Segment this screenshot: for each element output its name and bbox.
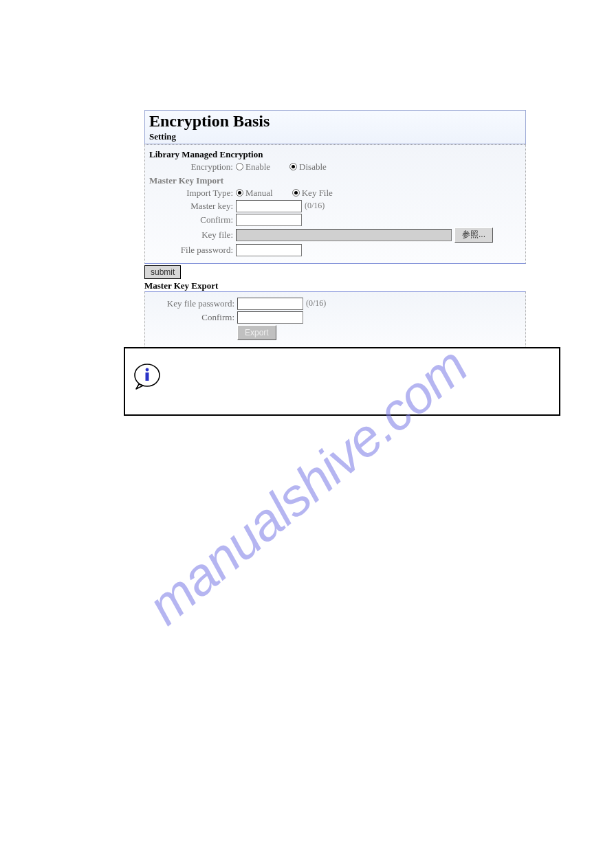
radio-keyfile-label: Key File: [302, 188, 333, 199]
master-key-input[interactable]: [236, 200, 302, 212]
radio-disable[interactable]: Disable: [289, 162, 327, 173]
svg-point-1: [146, 368, 149, 372]
export-button[interactable]: Export: [237, 325, 276, 340]
info-callout: [124, 347, 560, 416]
export-confirm-label: Confirm:: [149, 312, 237, 323]
setting-subheader: Setting: [149, 131, 521, 142]
browse-button[interactable]: 参照...: [454, 227, 493, 243]
page-title: Encryption Basis: [149, 112, 521, 131]
confirm-label: Confirm:: [149, 214, 236, 225]
export-panel: Key file password: (0/16) Confirm: Expor…: [144, 291, 526, 349]
import-type-label: Import Type:: [149, 188, 236, 199]
submit-button[interactable]: submit: [144, 265, 181, 279]
master-key-hint: (0/16): [302, 201, 325, 211]
radio-disable-label: Disable: [299, 162, 327, 173]
radio-manual-label: Manual: [245, 188, 273, 199]
radio-enable-label: Enable: [245, 162, 270, 173]
section-master-key-import: Master Key Import: [149, 175, 521, 186]
radio-manual[interactable]: Manual: [236, 188, 273, 199]
key-file-label: Key file:: [149, 230, 236, 241]
svg-rect-2: [146, 372, 149, 381]
section-library-managed-encryption: Library Managed Encryption: [149, 149, 521, 160]
file-password-label: File password:: [149, 245, 236, 256]
key-file-input[interactable]: [236, 229, 452, 241]
kf-password-hint: (0/16): [303, 298, 326, 309]
confirm-input[interactable]: [236, 214, 302, 226]
kf-password-input[interactable]: [237, 298, 303, 310]
master-key-label: Master key:: [149, 201, 236, 212]
encryption-label: Encryption:: [149, 162, 236, 173]
radio-icon: [236, 163, 243, 170]
radio-icon: [236, 189, 243, 197]
export-confirm-input[interactable]: [237, 311, 303, 324]
section-master-key-export: Master Key Export: [144, 280, 526, 291]
radio-icon: [289, 163, 297, 170]
info-icon: [133, 364, 162, 390]
radio-keyfile[interactable]: Key File: [292, 188, 333, 199]
setting-panel: Library Managed Encryption Encryption: E…: [144, 144, 526, 264]
radio-enable[interactable]: Enable: [236, 162, 270, 173]
radio-icon: [292, 189, 300, 197]
file-password-input[interactable]: [236, 244, 302, 256]
kf-password-label: Key file password:: [149, 298, 237, 309]
